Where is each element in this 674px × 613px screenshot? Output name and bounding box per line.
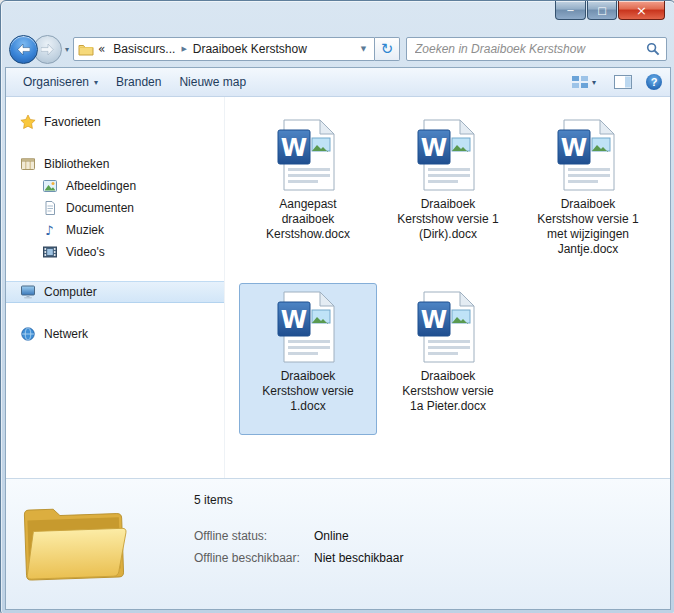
videos-icon [42,244,58,260]
help-button[interactable]: ? [646,74,662,90]
close-icon: × [636,3,647,18]
client-area: Organiseren ▾ Branden Nieuwe map ▾ [5,67,671,610]
organize-menu-button[interactable]: Organiseren ▾ [14,71,107,93]
change-view-button[interactable]: ▾ [567,73,600,91]
minimize-icon: − [566,5,574,16]
new-folder-button[interactable]: Nieuwe map [170,71,255,93]
word-document-icon: W [417,118,479,192]
minimize-button[interactable]: − [555,1,586,20]
sidebar-item-label: Bibliotheken [44,157,109,171]
maximize-button[interactable]: □ [587,1,617,20]
navigation-pane: Favorieten Bibliotheken [6,97,224,478]
svg-text:W: W [421,306,447,334]
sidebar-item-favorieten[interactable]: Favorieten [6,111,224,133]
refresh-icon: ↻ [381,40,394,58]
back-arrow-icon [17,44,30,55]
sidebar-item-documenten[interactable]: Documenten [6,197,224,219]
detail-row: Offline beschikbaar: Niet beschikbaar [194,551,403,565]
folder-large-icon [16,492,131,596]
address-bar[interactable]: « Basiscurs... ▶ Draaiboek Kerstshow ▼ [73,37,375,61]
help-icon: ? [651,76,658,88]
items-count: 5 items [194,493,403,507]
refresh-button[interactable]: ↻ [375,37,400,61]
folder-thumbnail [6,479,156,609]
sidebar-item-afbeeldingen[interactable]: Afbeeldingen [6,175,224,197]
organize-label: Organiseren [23,75,89,89]
file-label: Aangepast draaiboek Kerstshow.docx [255,197,361,242]
sidebar-item-label: Netwerk [44,327,88,341]
sidebar-item-videos[interactable]: Video's [6,241,224,263]
sidebar-item-label: Video's [66,245,105,259]
search-icon [646,42,660,56]
preview-pane-button[interactable] [610,73,636,91]
word-document-icon: W [277,290,339,364]
new-folder-label: Nieuwe map [179,75,246,89]
detail-value: Online [314,529,349,543]
file-tile[interactable]: W Draaiboek Kerstshow versie 1 met wijzi… [519,111,657,263]
svg-text:♪: ♪ [45,223,53,238]
computer-icon [20,284,36,300]
window-body: Favorieten Bibliotheken [6,97,670,478]
burn-button[interactable]: Branden [107,71,170,93]
detail-row: Offline status: Online [194,529,403,543]
svg-text:W: W [281,306,307,334]
breadcrumb-separator-icon[interactable]: ▶ [179,45,188,53]
sidebar-item-label: Favorieten [44,115,101,129]
chevron-down-icon: ▾ [592,78,596,87]
folder-icon [78,42,94,56]
history-dropdown[interactable]: ▾ [65,45,69,54]
explorer-window: − □ × ▾ « Basiscurs... ▶ Draaiboek Kerst… [0,0,674,613]
pictures-icon [42,178,58,194]
word-document-icon: W [557,118,619,192]
toolbar-right-group: ▾ ? [567,73,662,91]
file-label: Draaiboek Kerstshow versie 1.docx [255,369,361,414]
network-icon [20,326,36,342]
file-grid: W Aangepast draaiboek Kerstshow.docx [224,97,670,478]
sidebar-item-netwerk[interactable]: Netwerk [6,323,224,345]
file-label: Draaiboek Kerstshow versie 1 (Dirk).docx [395,197,501,242]
detail-label: Offline status: [194,529,314,543]
sidebar-item-muziek[interactable]: ♪ Muziek [6,219,224,241]
word-document-icon: W [417,290,479,364]
file-tile[interactable]: W Draaiboek Kerstshow versie 1a Pieter.d… [379,283,517,435]
preview-pane-icon [614,75,632,89]
close-button[interactable]: × [618,1,665,20]
file-label: Draaiboek Kerstshow versie 1 met wijzigi… [535,197,641,257]
chevron-down-icon: ▾ [94,78,98,87]
music-icon: ♪ [42,222,58,238]
star-icon [20,114,36,130]
search-input[interactable] [413,41,646,57]
word-document-icon: W [277,118,339,192]
details-info: 5 items Offline status: Online Offline b… [156,479,403,609]
file-tile-selected[interactable]: W Draaiboek Kerstshow versie 1.docx [239,283,377,435]
sidebar-item-label: Afbeeldingen [66,179,136,193]
search-box[interactable] [406,37,667,61]
sidebar-item-label: Computer [44,285,97,299]
command-toolbar: Organiseren ▾ Branden Nieuwe map ▾ [6,68,670,97]
maximize-icon: □ [597,5,606,16]
titlebar[interactable]: − □ × [1,1,674,31]
details-pane: 5 items Offline status: Online Offline b… [6,478,670,609]
documents-icon [42,200,58,216]
address-dropdown-icon[interactable]: ▼ [357,45,370,53]
detail-value: Niet beschikbaar [314,551,403,565]
breadcrumb-item[interactable]: Draaiboek Kerstshow [189,40,311,58]
navigation-bar: ▾ « Basiscurs... ▶ Draaiboek Kerstshow ▼… [1,31,674,67]
sidebar-item-computer[interactable]: Computer [6,281,224,303]
file-label: Draaiboek Kerstshow versie 1a Pieter.doc… [395,369,501,414]
libraries-icon [20,156,36,172]
file-tile[interactable]: W Aangepast draaiboek Kerstshow.docx [239,111,377,263]
back-button[interactable] [9,35,38,64]
svg-text:W: W [421,134,447,162]
sidebar-item-bibliotheken[interactable]: Bibliotheken [6,153,224,175]
views-icon [571,75,589,89]
sidebar-item-label: Documenten [66,201,134,215]
breadcrumb-overflow[interactable]: « [98,42,105,56]
breadcrumb-item[interactable]: Basiscurs... [109,40,179,58]
window-controls: − □ × [554,1,665,20]
forward-arrow-icon [41,44,54,55]
file-tile[interactable]: W Draaiboek Kerstshow versie 1 (Dirk).do… [379,111,517,263]
burn-label: Branden [116,75,161,89]
detail-label: Offline beschikbaar: [194,551,314,565]
svg-text:W: W [561,134,587,162]
